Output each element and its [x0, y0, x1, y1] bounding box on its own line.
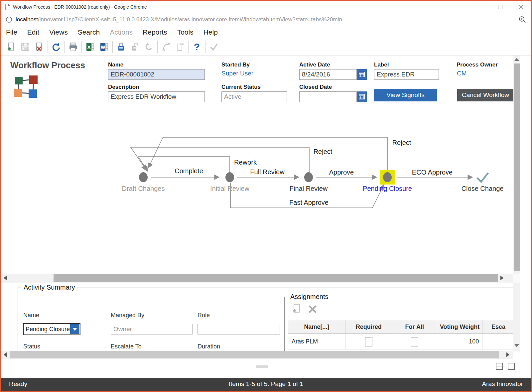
splitter-strip [1, 359, 531, 378]
node-close-change-label: Close Change [462, 185, 504, 192]
workflow-route-icon[interactable] [159, 40, 173, 54]
transition-full-review-label: Full Review [250, 168, 285, 176]
transition-approve-label: Approve [329, 169, 354, 176]
role-label: Role [198, 312, 210, 319]
col-voting-weight[interactable]: Voting Weight [437, 320, 482, 334]
print-icon[interactable] [66, 40, 80, 54]
page-icon [5, 4, 10, 10]
menu-edit[interactable]: Edit [22, 28, 44, 36]
scroll-right-arrow[interactable] [500, 276, 503, 280]
save-icon[interactable] [18, 40, 32, 54]
delete-assignment-icon[interactable] [307, 304, 318, 316]
toolbar-separator [81, 41, 82, 53]
node-initial-review[interactable] [225, 172, 234, 182]
toolbar-separator [157, 41, 158, 53]
scrollbar-corner [513, 274, 520, 283]
scroll-left-arrow[interactable] [4, 276, 7, 280]
dropdown-arrow-icon[interactable] [70, 324, 79, 334]
activity-summary-title: Activity Summary [21, 284, 77, 291]
esca-cell [482, 334, 513, 349]
vertical-scrollbar-bottom-pane [513, 283, 520, 351]
managed-by-field: Owner [111, 324, 193, 334]
transition-eco-approve-label: ECO Approve [412, 169, 453, 176]
lock-icon[interactable] [114, 40, 128, 54]
url-host: localhost [16, 16, 38, 23]
col-name[interactable]: Name[...] [288, 320, 345, 334]
menu-file[interactable]: File [1, 28, 22, 36]
escalate-to-label: Escalate To [111, 343, 142, 350]
complete-vote-icon[interactable] [207, 40, 221, 54]
activity-pane: Activity Summary Name Pending Closure Ma… [1, 283, 513, 351]
export-excel-icon[interactable]: X [83, 40, 97, 54]
required-checkbox[interactable] [365, 337, 372, 346]
status-label: Status [23, 343, 40, 350]
scrollbar-thumb[interactable] [514, 64, 520, 271]
for-all-checkbox[interactable] [411, 337, 418, 346]
url-path: /innovator11sp7/Client/X-salt=5_11.0.0.6… [38, 16, 342, 23]
help-icon[interactable]: ? [190, 40, 204, 54]
transition-complete-label: Complete [175, 167, 203, 175]
export-word-icon[interactable]: W [97, 40, 111, 54]
status-ready: Ready [9, 380, 27, 388]
new-item-icon[interactable] [4, 40, 18, 54]
node-pending-closure-label[interactable]: Pending Closure [363, 185, 412, 192]
col-for-all[interactable]: For All [392, 320, 437, 334]
undo-icon[interactable] [142, 40, 156, 54]
menu-help[interactable]: Help [199, 28, 223, 36]
scrollbar-thumb[interactable] [10, 351, 499, 358]
title-bar: Workflow Process - EDR-00001002 (read on… [1, 1, 531, 13]
toolbar-separator [188, 41, 189, 53]
menu-views[interactable]: Views [44, 28, 73, 36]
scrollbar-thumb[interactable] [54, 274, 498, 282]
menu-tools[interactable]: Tools [172, 28, 199, 36]
activity-name-dropdown[interactable]: Pending Closure [23, 323, 80, 335]
node-pending-closure[interactable] [383, 172, 392, 182]
address-bar[interactable]: localhost/innovator11sp7/Client/X-salt=5… [1, 13, 531, 26]
add-assignment-icon[interactable] [291, 303, 302, 316]
col-esca[interactable]: Esca [482, 320, 513, 334]
window-title: Workflow Process - EDR-00001002 (read on… [13, 4, 147, 10]
toolbar: X W [1, 38, 531, 56]
refresh-icon[interactable] [49, 40, 63, 54]
single-view-icon[interactable] [508, 363, 515, 370]
svg-text:W: W [101, 45, 105, 50]
node-final-review-label: Final Review [290, 185, 328, 192]
info-icon[interactable] [6, 16, 12, 23]
split-view-icon[interactable] [496, 363, 503, 370]
transition-reject-pending-line [148, 137, 387, 171]
browser-window: Workflow Process - EDR-00001002 (read on… [0, 0, 532, 392]
scroll-up-arrow[interactable] [514, 58, 519, 61]
node-initial-review-label: Initial Review [210, 185, 249, 192]
scroll-left-arrow[interactable] [4, 352, 7, 357]
toolbar-separator [65, 41, 65, 53]
menu-search[interactable]: Search [73, 28, 105, 36]
close-button[interactable] [518, 4, 524, 10]
scroll-right-arrow[interactable] [506, 352, 509, 357]
maximize-button[interactable] [497, 4, 503, 10]
scroll-down-arrow[interactable] [514, 344, 519, 347]
delete-item-icon[interactable] [32, 40, 46, 54]
node-close-change-check-icon[interactable] [477, 173, 488, 182]
assignments-table: Name[...] Required For All Voting Weight… [288, 320, 513, 349]
unlock-icon[interactable] [128, 40, 142, 54]
transition-fast-approve-label: Fast Approve [289, 199, 329, 206]
copy-icon[interactable] [173, 40, 187, 54]
menu-reports[interactable]: Reports [138, 28, 172, 36]
col-required[interactable]: Required [345, 320, 392, 334]
menu-bar: File Edit Views Search Actions Reports T… [1, 26, 531, 38]
role-field [198, 324, 280, 334]
zoom-icon[interactable] [518, 16, 526, 24]
minimize-button[interactable] [476, 4, 482, 10]
vertical-scrollbar-top-pane [513, 56, 520, 274]
menu-actions: Actions [105, 28, 138, 36]
assignee-name-cell: Aras PLM [288, 334, 345, 349]
url-text[interactable]: localhost/innovator11sp7/Client/X-salt=5… [16, 16, 342, 23]
assignments-title: Assignments [288, 293, 331, 301]
splitter-handle[interactable] [256, 365, 268, 368]
assignment-row[interactable]: Aras PLM 100 [288, 334, 514, 349]
voting-weight-cell: 100 [437, 334, 482, 349]
assignments-fieldset: Assignments Name[...] Required For All [284, 297, 513, 351]
node-draft-changes[interactable] [139, 172, 148, 182]
duration-label: Duration [198, 343, 220, 350]
node-final-review[interactable] [304, 172, 313, 182]
